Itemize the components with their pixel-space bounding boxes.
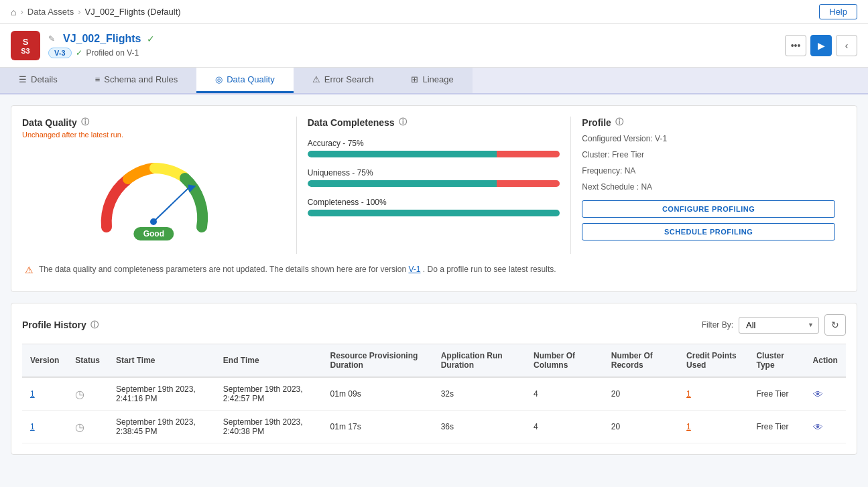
profile-info: Configured Version: V-1 Cluster: Free Ti… [582,131,835,195]
errorsearch-tab-icon: ⚠ [312,74,320,84]
col-credits: Credit Points Used [678,344,748,378]
accuracy-bar-green [308,151,497,157]
profile-version: Configured Version: V-1 [582,131,835,147]
home-icon[interactable]: ⌂ [11,7,16,17]
row1-action-icon[interactable]: 👁 [813,389,823,400]
accuracy-bar-red [497,151,560,157]
row1-resource: 01m 09s [322,377,433,411]
breadcrumb-data-assets[interactable]: Data Assets [27,7,74,17]
asset-header-left: S S3 ✎ VJ_002_Flights ✓ V-3 ✓ Profiled o… [11,31,155,60]
row2-cluster: Free Tier [748,411,804,443]
uniqueness-bar [308,180,560,187]
asset-info: ✎ VJ_002_Flights ✓ V-3 ✓ Profiled on V-1 [48,33,155,58]
schema-tab-icon: ≡ [95,74,101,84]
help-button[interactable]: Help [819,4,857,19]
warning-version-link[interactable]: V-1 [408,265,420,274]
table-header-row: Version Status Start Time End Time Resou… [22,344,846,378]
dq-info-icon[interactable]: ⓘ [81,117,89,128]
row2-status: ◷ [75,421,84,433]
history-section: Profile History ⓘ Filter By: All Success… [11,303,857,455]
row2-start: September 19th 2023, 2:38:45 PM [108,411,215,443]
completeness-label: Completeness - 100% [308,198,560,207]
tab-dataquality[interactable]: ◎ Data Quality [196,68,294,93]
table-row: 1 ◷ September 19th 2023, 2:41:16 PM Sept… [22,377,846,411]
col-cluster: Cluster Type [748,344,804,378]
tab-errorsearch[interactable]: ⚠ Error Search [294,68,393,93]
profile-cluster: Cluster: Free Tier [582,147,835,163]
profiled-row: V-3 ✓ Profiled on V-1 [48,48,155,58]
dq-subtitle: Unchanged after the latest run. [22,131,286,139]
row1-numcols: 4 [525,377,603,411]
row2-end: September 19th 2023, 2:40:38 PM [215,411,322,443]
row1-status: ◷ [75,389,84,400]
table-row: 1 ◷ September 19th 2023, 2:38:45 PM Sept… [22,411,846,443]
metric-completeness: Completeness - 100% [308,198,560,216]
asset-icon-top: S [23,37,29,47]
profile-actions: CONFIGURE PROFILING SCHEDULE PROFILING [582,200,835,240]
row2-numrec: 20 [603,411,678,443]
col-numcols: Number Of Columns [525,344,603,378]
configure-profiling-button[interactable]: CONFIGURE PROFILING [582,200,835,218]
more-button[interactable]: ••• [785,35,806,56]
back-button[interactable]: ‹ [836,35,857,56]
tab-lineage[interactable]: ⊞ Lineage [392,68,472,93]
svg-line-0 [153,187,190,222]
play-button[interactable]: ▶ [810,35,832,56]
refresh-button[interactable]: ↻ [824,314,846,336]
history-table: Version Status Start Time End Time Resou… [22,344,846,443]
row2-app: 36s [433,411,525,443]
lineage-tab-label: Lineage [422,74,453,84]
dq-grid: Data Quality ⓘ Unchanged after the lates… [22,117,846,254]
dq-title: Data Quality ⓘ [22,117,286,128]
profile-info-icon[interactable]: ⓘ [615,117,623,128]
details-tab-icon: ☰ [19,74,27,84]
gauge-container: Good [22,147,286,254]
row1-app: 32s [433,377,525,411]
header-actions: ••• ▶ ‹ [785,35,857,56]
asset-name: VJ_002_Flights [63,33,141,45]
row1-credits[interactable]: 1 [686,389,691,399]
asset-icon-bottom: S3 [21,47,29,55]
col-action: Action [805,344,846,378]
metric-accuracy: Accuracy - 75% [308,139,560,157]
dq-col-gauge: Data Quality ⓘ Unchanged after the lates… [22,117,297,254]
filter-select[interactable]: All Success Failed [739,317,819,334]
errorsearch-tab-label: Error Search [324,74,374,84]
col-app: Application Run Duration [433,344,525,378]
row2-credits[interactable]: 1 [686,422,691,431]
table-header: Version Status Start Time End Time Resou… [22,344,846,378]
col-resource: Resource Provisioning Duration [322,344,433,378]
tabs: ☰ Details ≡ Schema and Rules ◎ Data Qual… [0,68,868,94]
row1-numrec: 20 [603,377,678,411]
schedule-profiling-button[interactable]: SCHEDULE PROFILING [582,223,835,240]
warning-icon: ⚠ [25,265,34,275]
history-title: Profile History ⓘ [22,320,99,331]
svg-point-1 [150,218,157,225]
row2-version[interactable]: 1 [30,422,35,431]
history-info-icon[interactable]: ⓘ [90,320,99,331]
accuracy-bar [308,151,560,157]
row2-action-icon[interactable]: 👁 [813,421,823,433]
tab-details[interactable]: ☰ Details [0,68,76,93]
asset-header: S S3 ✎ VJ_002_Flights ✓ V-3 ✓ Profiled o… [0,24,868,68]
completeness-info-icon[interactable]: ⓘ [399,117,407,128]
completeness-bar-green [308,210,560,216]
col-start: Start Time [108,344,215,378]
asset-verified-icon: ✓ [147,33,155,44]
history-header: Profile History ⓘ Filter By: All Success… [22,314,846,336]
filter-row: Filter By: All Success Failed ↻ [702,314,846,336]
gauge-label: Good [134,227,174,240]
dataquality-tab-label: Data Quality [227,74,275,84]
breadcrumb-current[interactable]: VJ_002_Flights (Default) [85,7,181,17]
edit-icon[interactable]: ✎ [48,34,55,44]
dq-section: Data Quality ⓘ Unchanged after the lates… [11,105,857,292]
tab-schema[interactable]: ≡ Schema and Rules [76,68,196,93]
row2-resource: 01m 17s [322,411,433,443]
profile-frequency: Frequency: NA [582,163,835,179]
warning-text: The data quality and completeness parame… [39,265,556,274]
row1-version[interactable]: 1 [30,389,35,399]
breadcrumb: ⌂ › Data Assets › VJ_002_Flights (Defaul… [11,7,181,17]
accuracy-label: Accuracy - 75% [308,139,560,148]
main-content: Data Quality ⓘ Unchanged after the lates… [0,94,868,466]
row1-end: September 19th 2023, 2:42:57 PM [215,377,322,411]
